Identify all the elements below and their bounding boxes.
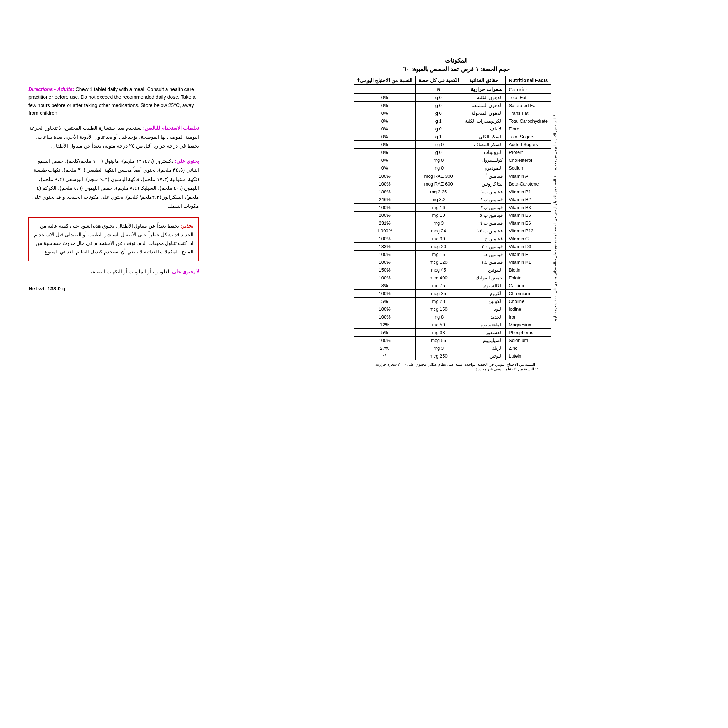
footnote1: † النسبة من الاحتياج اليومي في الحصة الو…	[375, 362, 538, 367]
cell-name-en: Magnesium	[506, 321, 551, 329]
cell-amount: 8 mg	[415, 313, 462, 321]
warning-text: يحفظ بعيداً عن متناول الأطفال. تحتوي هذه…	[34, 223, 193, 254]
cell-name-ar: فيتامين ب ٦	[462, 219, 506, 227]
cell-name-en: Iodine	[506, 305, 551, 313]
cell-daily: 246%	[354, 196, 415, 204]
cell-name-ar: الماغنسيوم	[462, 321, 506, 329]
cell-amount: 0 g	[415, 110, 462, 117]
table-row: Vitamin B5فيتامين ب ٥10 mg200%	[354, 211, 551, 219]
cell-name-en: Vitamin B3	[506, 204, 551, 211]
cell-name-en: Vitamin B6	[506, 219, 551, 227]
ingredients-text: (١٠٠ ملجم/كلجم)، حمض الشمع النباتي (٣٤،٥…	[32, 158, 199, 209]
cell-amount: 3 mg	[415, 219, 462, 227]
cell-name-en: Cholesterol	[506, 156, 551, 164]
cell-name-ar: الكولين	[462, 298, 506, 305]
table-row: Phosphorusالفسفور38 mg5%	[354, 329, 551, 336]
side-label-wrapper: ** النسبة من الاحتياج اليومي غير محددة †…	[551, 76, 559, 360]
cell-name-en: Fibre	[506, 125, 551, 133]
cell-name-ar: فيتامين ب٣	[462, 204, 506, 211]
cell-amount: 0 mg	[415, 141, 462, 148]
cell-daily: 5%	[354, 298, 415, 305]
cell-daily: 0%	[354, 117, 415, 125]
cell-name-en: Vitamin B5	[506, 211, 551, 219]
cell-amount: 0 mg	[415, 156, 462, 164]
cell-name-en: Sodium	[506, 164, 551, 173]
cell-name-en: Folate	[506, 274, 551, 282]
cell-name-en: Choline	[506, 298, 551, 305]
cell-amount: 0 g	[415, 102, 462, 110]
table-row: Caloriesسعرات حرارية5	[354, 85, 551, 94]
table-row: Proteinالبروتينات0 g0%	[354, 148, 551, 156]
table-row: Sodiumالصوديوم0 mg0%	[354, 164, 551, 173]
cell-amount: 1 g	[415, 117, 462, 125]
cell-daily: 27%	[354, 344, 415, 352]
free-from-text: الغلوتين، أو الملونات أو النكهات الصناعي…	[87, 269, 171, 274]
ingredients-label-before: يحتوي على:	[174, 158, 199, 164]
cell-daily: 200%	[354, 211, 415, 219]
cell-name-ar: الحديد	[462, 313, 506, 321]
table-row: Chromiumالكروم35 mcg100%	[354, 290, 551, 298]
cell-daily: 12%	[354, 321, 415, 329]
cell-name-ar: اللوتين	[462, 352, 506, 360]
cell-name-en: Iron	[506, 313, 551, 321]
cell-name-ar: فيتامين هـ	[462, 251, 506, 258]
cell-amount: 10 mg	[415, 211, 462, 219]
cell-amount: 0 mg	[415, 164, 462, 173]
directions-english: Directions • Adults: Chew 1 tablet daily…	[28, 85, 199, 117]
cell-daily: 0%	[354, 141, 415, 148]
cell-daily: 0%	[354, 164, 415, 173]
directions-en-label: Directions • Adults:	[28, 86, 74, 92]
cell-name-ar: البروتينات	[462, 148, 506, 156]
cell-name-en: Vitamin B2	[506, 196, 551, 204]
footnotes: † النسبة من الاحتياج اليومي في الحصة الو…	[375, 362, 538, 372]
side-label-top: ** النسبة من الاحتياج اليومي غير محددة	[553, 113, 557, 170]
cell-name-ar: فيتامين ب ٥	[462, 211, 506, 219]
cell-name-ar: اليود	[462, 305, 506, 313]
warning-box: تحذير: يحفظ بعيداً عن متناول الأطفال. تح…	[28, 217, 199, 261]
table-row: Vitamin Aفيتامين أ300 mcg RAE100%	[354, 172, 551, 180]
cell-name-en: Lutein	[506, 352, 551, 360]
cell-amount: 16 mg	[415, 204, 462, 211]
table-row: Vitamin K1فيتامين ك١120 mcg100%	[354, 258, 551, 266]
cell-amount: 55 mcg	[415, 336, 462, 344]
table-row: Total Sugarsالسكر الكلي1 g0%	[354, 133, 551, 141]
cell-amount: 24 mcg	[415, 227, 462, 235]
cell-name-en: Vitamin B1	[506, 188, 551, 196]
net-weight: Net wt. 138.0 g	[28, 284, 199, 293]
cell-name-ar: الصوديوم	[462, 164, 506, 173]
table-row: Magnesiumالماغنسيوم50 mg12%	[354, 321, 551, 329]
col-facts-en: Nutritional Facts	[506, 76, 551, 85]
cell-name-en: Saturated Fat	[506, 102, 551, 110]
col-facts-ar: حقائق الغذائية	[462, 76, 506, 85]
right-panel: المكونات حجم الحصة: ١ قرص ععد الحصص بالع…	[213, 21, 700, 372]
cell-amount: 300 mcg RAE	[415, 172, 462, 180]
cell-amount: 35 mcg	[415, 290, 462, 298]
table-row: Saturated Fatالدهون المشبعة0 g0%	[354, 102, 551, 110]
left-panel: Directions • Adults: Chew 1 tablet daily…	[28, 21, 199, 293]
cell-name-en: Phosphorus	[506, 329, 551, 336]
cell-daily: 100%	[354, 180, 415, 188]
cell-daily: 100%	[354, 251, 415, 258]
cell-name-ar: الدهون الكلية	[462, 94, 506, 102]
cell-amount: 5	[415, 85, 462, 94]
cell-daily: 100%	[354, 336, 415, 344]
col-amount: الكمية في كل حصة	[415, 76, 462, 85]
cell-daily: 1,000%	[354, 227, 415, 235]
cell-amount: 1 g	[415, 133, 462, 141]
cell-name-ar: حمض الفوليك	[462, 274, 506, 282]
cell-amount: 250 mcg	[415, 352, 462, 360]
cell-amount: 0 g	[415, 94, 462, 102]
directions-arabic: تعليمات الاستخدام للبالغين: يستخدم بعد ا…	[28, 124, 199, 151]
cell-daily: 188%	[354, 188, 415, 196]
table-row: Beta-Caroteneبيتا كاروتين600 mcg RAE100%	[354, 180, 551, 188]
cell-name-en: Protein	[506, 148, 551, 156]
cell-daily: 100%	[354, 258, 415, 266]
page-container: Directions • Adults: Chew 1 tablet daily…	[0, 0, 728, 728]
cell-amount: 90 mg	[415, 235, 462, 243]
cell-name-ar: الكروم	[462, 290, 506, 298]
cell-name-en: Total Sugars	[506, 133, 551, 141]
table-row: Iodineاليود150 mcg100%	[354, 305, 551, 313]
cell-name-ar: الكالسيوم	[462, 282, 506, 290]
cell-amount: 2.25 mg	[415, 188, 462, 196]
cell-daily: 150%	[354, 266, 415, 274]
